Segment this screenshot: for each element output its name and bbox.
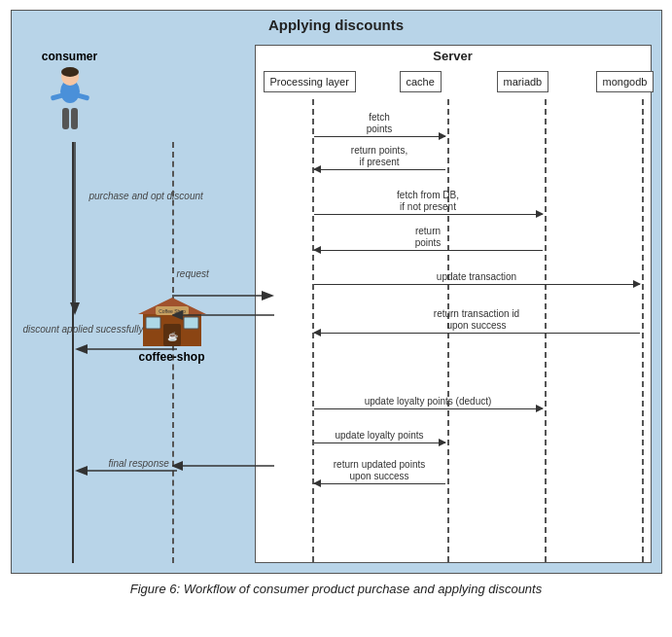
server-label: Server — [256, 46, 651, 66]
msg5-label: update transaction — [314, 271, 640, 283]
msg1-arrow — [314, 136, 445, 137]
msg7-container: update loyalty points (deduct) — [314, 396, 543, 409]
msg9-arrow — [314, 483, 445, 484]
cache-box: cache — [400, 71, 442, 92]
msg9-label: return updated points upon success — [314, 459, 445, 482]
figure-caption: Figure 6: Workflow of consumer product p… — [10, 582, 662, 596]
svg-point-2 — [61, 67, 79, 77]
msg8-container: update loyalty points — [314, 430, 445, 443]
msg4-container: return points — [314, 226, 543, 251]
processing-to-shop-final — [172, 458, 274, 474]
svg-marker-22 — [172, 310, 183, 320]
msg2-arrow — [314, 169, 445, 170]
side-label-request: request — [177, 268, 209, 279]
discount-arrow — [70, 341, 177, 357]
svg-marker-18 — [262, 291, 274, 301]
svg-rect-5 — [50, 92, 64, 100]
consumer-label: consumer — [42, 50, 97, 63]
msg6-container: return transaction id upon success — [314, 308, 640, 334]
msg3-label: fetch from DB, if not present — [314, 190, 543, 213]
msg1-label: fetch points — [314, 112, 445, 135]
processing-box: Processing layer — [264, 71, 356, 92]
final-response-arrow — [70, 463, 177, 478]
svg-marker-16 — [70, 302, 80, 315]
svg-rect-6 — [75, 92, 89, 100]
consumer-to-shop-arrow — [65, 142, 182, 317]
server-box: Server Processing layer cache mariadb mo… — [255, 45, 652, 563]
msg5-container: update transaction — [314, 271, 640, 285]
side-label-discount: discount applied sucessfully — [23, 324, 144, 335]
msg1-container: fetch points — [314, 112, 445, 137]
mongodb-lifeline — [642, 99, 644, 562]
svg-rect-10 — [146, 317, 160, 329]
consumer-icon — [41, 67, 99, 145]
shop-to-processing-arrow — [172, 288, 274, 303]
consumer-actor: consumer — [41, 50, 99, 145]
msg2-label: return points, if present — [314, 145, 445, 168]
msg3-arrow — [314, 214, 543, 215]
mariadb-box: mariadb — [497, 71, 549, 92]
svg-marker-24 — [75, 466, 88, 476]
svg-marker-26 — [172, 461, 183, 471]
msg7-label: update loyalty points (deduct) — [314, 396, 543, 407]
msg4-label: return points — [314, 226, 543, 249]
msg8-label: update loyalty points — [314, 430, 445, 442]
msg9-container: return updated points upon success — [314, 459, 445, 484]
msg6-label: return transaction id upon success — [314, 308, 640, 332]
msg2-container: return points, if present — [314, 145, 445, 170]
processing-to-shop-return — [172, 307, 274, 323]
msg6-arrow — [314, 333, 640, 334]
msg3-container: fetch from DB, if not present — [314, 190, 543, 215]
msg8-arrow — [314, 442, 445, 443]
msg4-arrow — [314, 250, 543, 251]
outer-container: Applying discounts consumer — [11, 10, 662, 574]
msg5-arrow — [314, 284, 640, 285]
mongodb-box: mongodb — [596, 71, 654, 92]
diagram-title: Applying discounts — [12, 11, 661, 37]
svg-rect-3 — [62, 108, 69, 129]
svg-marker-20 — [75, 344, 88, 354]
svg-rect-4 — [71, 108, 78, 129]
msg7-arrow — [314, 408, 543, 409]
